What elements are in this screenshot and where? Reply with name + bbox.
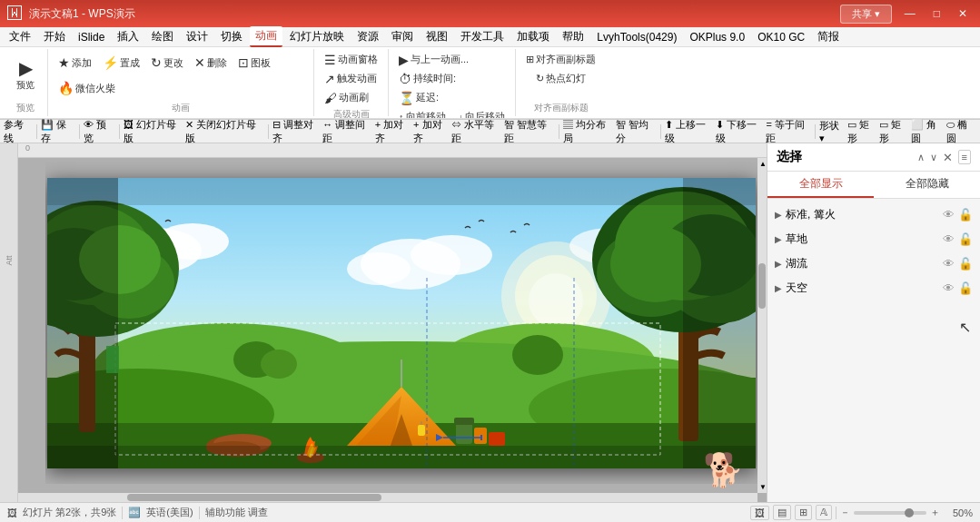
layer-arrow-2: ▶ [775, 259, 782, 269]
share-button[interactable]: 共享 ▾ [840, 5, 892, 24]
toolbar-round[interactable]: ⬜ 角圆 [911, 118, 945, 145]
menu-file[interactable]: 文件 [4, 27, 36, 46]
toolbar-moveup[interactable]: ⬆ 上移一级 [665, 118, 715, 145]
layer-lock-3[interactable]: 🔓 [958, 281, 973, 295]
toolbar-preview[interactable]: 👁 预览 [84, 118, 115, 145]
start-with-button[interactable]: ▶ 与上一动画... [394, 51, 473, 68]
panel-collapse-button[interactable]: ∧ [917, 152, 925, 163]
delay-button[interactable]: ⏳ 延迟: [394, 89, 443, 106]
toolbar-refline[interactable]: 参考线 [4, 118, 33, 145]
menu-review[interactable]: 审阅 [386, 27, 419, 46]
menu-resources[interactable]: 资源 [351, 27, 384, 46]
panel-close-button[interactable]: ✕ [943, 151, 953, 164]
anim-pane-button[interactable]: ☰ 动画窗格 [320, 51, 382, 68]
menu-ok10gc[interactable]: OK10 GC [752, 29, 810, 45]
toolbar-equal[interactable]: = 等于间距 [766, 118, 813, 145]
menu-okplus[interactable]: OKPlus 9.0 [684, 29, 750, 45]
toolbar-slidemaster[interactable]: 🖼 幻灯片母版 [124, 118, 184, 145]
toolbar-shapes[interactable]: 形状 ▾ [819, 119, 846, 144]
menu-slideshow[interactable]: 幻灯片放映 [284, 27, 350, 46]
delete-anim-button[interactable]: ✕ 删除 [190, 54, 232, 72]
toolbar-addalign2[interactable]: + 加对齐 [413, 118, 450, 145]
toolbar-smarteq[interactable]: 智 智慧等距 [504, 118, 555, 145]
layer-item-3[interactable]: ▶ 天空 👁 🔓 [767, 276, 980, 300]
layer-eye-1[interactable]: 👁 [943, 232, 955, 246]
toolbar-heq[interactable]: ⇔ 水平等距 [451, 118, 502, 145]
menu-transition[interactable]: 切换 [215, 27, 248, 46]
layer-lock-2[interactable]: 🔓 [958, 257, 973, 271]
status-sep-1 [122, 507, 123, 519]
tab-show-all[interactable]: 全部显示 [767, 172, 874, 198]
cursor-icon: ↖ [959, 319, 971, 336]
scroll-down-arrow[interactable]: ▼ [757, 481, 767, 493]
anim-brush-button[interactable]: 🖌 动画刷 [320, 89, 373, 106]
zoom-in-button[interactable]: ＋ [930, 506, 940, 519]
layer-lock-1[interactable]: 🔓 [958, 232, 973, 246]
pane-icon: ☰ [324, 54, 336, 66]
tab-hide-all[interactable]: 全部隐藏 [874, 172, 980, 198]
toolbar-rect2[interactable]: ▭ 矩形 [879, 118, 910, 145]
layer-item-2[interactable]: ▶ 湖流 👁 🔓 [767, 251, 980, 276]
menu-devtools[interactable]: 开发工具 [455, 27, 510, 46]
toolbar-movedown[interactable]: ⬇ 下移一级 [716, 118, 766, 145]
view-icon-3[interactable]: ⊞ [795, 505, 812, 520]
svg-rect-47 [489, 432, 505, 446]
minimize-button[interactable]: — [899, 5, 921, 22]
h-scrollbar[interactable] [18, 493, 757, 502]
duration-button[interactable]: ⏱ 持续时间: [394, 70, 460, 87]
maximize-button[interactable]: □ [928, 5, 945, 22]
canvas-area[interactable]: 0 [18, 143, 767, 502]
toolbar-ellipse[interactable]: ⬭ 椭圆 [946, 118, 976, 145]
scroll-up-arrow[interactable]: ▲ [757, 158, 767, 170]
view-icon-4[interactable]: 𝔸 [816, 505, 832, 520]
menu-addins[interactable]: 加载项 [511, 27, 555, 46]
menu-design[interactable]: 设计 [181, 27, 213, 46]
menu-start[interactable]: 开始 [38, 27, 71, 46]
menu-lvyhtools[interactable]: LvyhTools(0429) [591, 29, 682, 45]
title-text: 演示文稿1 - WPS演示 [29, 6, 135, 22]
layer-arrow-0: ▶ [775, 210, 782, 220]
menu-jianbo[interactable]: 简报 [812, 27, 845, 46]
preview-button[interactable]: ▶ 预览 [9, 56, 42, 94]
panel-expand-button[interactable]: ∨ [930, 152, 937, 163]
toolbar-rect[interactable]: ▭ 矩形 [847, 118, 878, 145]
panel-menu-button[interactable]: ≡ [958, 150, 971, 164]
layer-eye-2[interactable]: 👁 [943, 257, 955, 271]
layer-lock-0[interactable]: 🔓 [958, 208, 973, 222]
view-icon-1[interactable]: 🖼 [750, 506, 769, 520]
layer-eye-0[interactable]: 👁 [943, 208, 955, 222]
toolbar-smartdist[interactable]: 智 智均分 [616, 118, 658, 145]
board-button[interactable]: ⊡ 图板 [233, 54, 275, 72]
add-anim-button[interactable]: ★ 添加 [54, 54, 96, 72]
wechat-match-button[interactable]: 🔥 微信火柴 [54, 80, 120, 97]
zoom-slider[interactable] [854, 511, 926, 515]
change-anim-button[interactable]: ↻ 更改 [146, 54, 188, 72]
menu-help[interactable]: 帮助 [557, 27, 589, 46]
toolbar-spacing[interactable]: ↔ 调整间距 [322, 118, 373, 145]
toolbar-close-master[interactable]: ✕ 关闭幻灯片母版 [185, 118, 264, 145]
menu-animation[interactable]: 动画 [250, 26, 282, 47]
close-button[interactable]: ✕ [953, 5, 973, 22]
toolbar: 参考线 💾 保存 👁 预览 🖼 幻灯片母版 ✕ 关闭幻灯片母版 ⊟ 调整对齐 ↔… [0, 120, 980, 143]
align-subtitle-button[interactable]: ⊞ 对齐画副标题 [521, 51, 600, 68]
menu-islide[interactable]: iSlide [73, 29, 110, 45]
hotspot-button[interactable]: ↻ 热点幻灯 [531, 70, 590, 87]
zoom-out-button[interactable]: － [840, 506, 850, 519]
view-icon-2[interactable]: ▤ [773, 505, 791, 520]
layer-item-1[interactable]: ▶ 草地 👁 🔓 [767, 227, 980, 251]
menu-draw[interactable]: 绘图 [146, 27, 179, 46]
toolbar-align1[interactable]: ⊟ 调整对齐 [272, 118, 322, 145]
layer-item-0[interactable]: ▶ 标准, 篝火 👁 🔓 [767, 202, 980, 227]
trigger-button[interactable]: ↗ 触发动画 [320, 70, 381, 87]
accessibility-button[interactable]: 辅助功能 调查 [205, 506, 268, 519]
layer-arrow-3: ▶ [775, 283, 782, 293]
toolbar-distribute[interactable]: ▤ 均分布局 [563, 118, 614, 145]
toolbar-save[interactable]: 💾 保存 [41, 118, 75, 145]
menu-view[interactable]: 视图 [421, 27, 453, 46]
svg-point-38 [512, 335, 563, 375]
toolbar-addalign[interactable]: + 加对齐 [375, 118, 412, 145]
layer-eye-3[interactable]: 👁 [943, 281, 955, 295]
set-anim-button[interactable]: ⚡ 置成 [98, 54, 144, 72]
menu-insert[interactable]: 插入 [112, 27, 144, 46]
ruler-marker: Att [4, 255, 13, 265]
